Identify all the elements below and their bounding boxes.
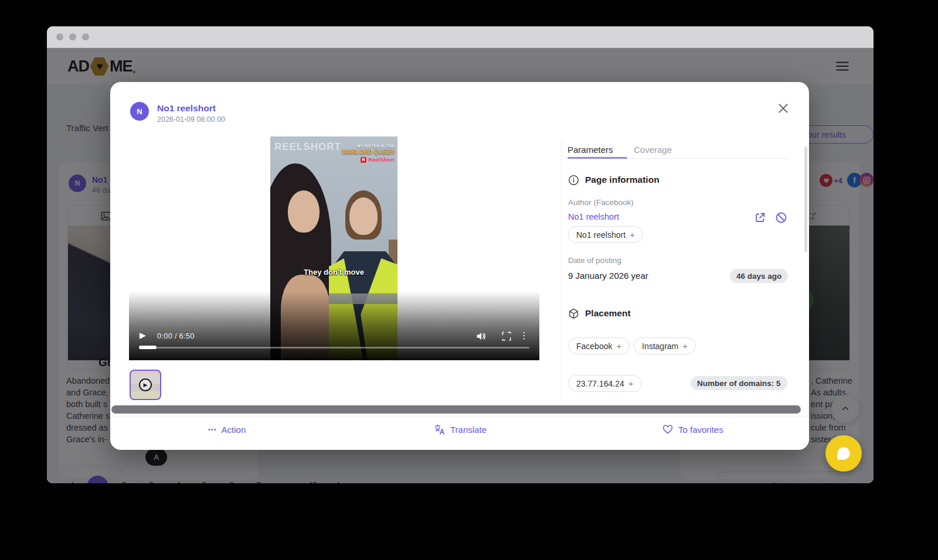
translate-icon — [434, 424, 446, 435]
video-player[interactable]: REELSHORT MY SISTER IS THE WARLORD QUEEN… — [129, 136, 539, 360]
info-icon — [568, 175, 579, 186]
action-button[interactable]: ••• Action — [208, 416, 246, 442]
modal-footer: ••• Action Translate To favorites — [110, 416, 809, 442]
panel-divider — [561, 141, 562, 399]
seek-bar[interactable] — [139, 347, 529, 349]
days-ago-badge: 46 days ago — [730, 269, 788, 283]
horizontal-scrollbar[interactable] — [111, 405, 801, 414]
chat-bubble-icon — [835, 445, 852, 462]
block-icon[interactable] — [775, 211, 787, 224]
tab-parameters[interactable]: Parameters — [567, 145, 613, 155]
left-actress-face — [288, 190, 320, 233]
right-actress-face — [349, 197, 378, 235]
seek-thumb[interactable] — [139, 346, 157, 349]
window-maximize-icon[interactable] — [82, 33, 89, 40]
heart-icon — [662, 424, 674, 435]
panel-scrollbar[interactable] — [804, 146, 807, 252]
modal-datetime: 2026-01-09 08:00:00 — [157, 115, 225, 124]
placement-chip-instagram[interactable]: Instagram+ — [634, 337, 696, 354]
translate-button[interactable]: Translate — [434, 416, 487, 442]
video-title-block: MY SISTER IS THE WARLORD QUEEN R ReelSho… — [342, 144, 395, 163]
date-of-posting-label: Date of posting — [568, 256, 621, 265]
close-icon[interactable] — [776, 101, 790, 115]
window-close-icon[interactable] — [56, 33, 63, 40]
video-caption: They don't move — [270, 268, 397, 276]
placement-heading: Placement — [585, 308, 631, 319]
domains-count-badge: Number of domains: 5 — [691, 376, 787, 390]
author-chip[interactable]: No1 reelshort+ — [568, 226, 643, 243]
plus-icon: + — [630, 230, 635, 240]
play-circle-icon: ▶ — [139, 378, 152, 391]
reelshort-r-logo-icon: R — [361, 157, 366, 163]
more-options-icon[interactable]: ⋮ — [519, 330, 529, 341]
to-favorites-button[interactable]: To favorites — [662, 416, 723, 442]
page-information-heading: Page information — [585, 175, 660, 185]
modal-avatar: N — [130, 102, 149, 121]
fullscreen-icon[interactable] — [501, 330, 512, 342]
video-title-line2: WARLORD QUEEN — [342, 149, 395, 155]
plus-icon: + — [682, 341, 688, 351]
ad-detail-modal: N No1 reelshort 2026-01-09 08:00:00 R — [110, 82, 809, 450]
play-icon[interactable]: ▶ — [140, 330, 146, 340]
titlebar — [47, 26, 874, 48]
date-of-posting-value: 9 January 2026 year — [568, 271, 648, 281]
creative-thumbnail[interactable]: ▶ — [130, 370, 161, 400]
action-dots-icon: ••• — [208, 426, 217, 433]
active-tab-underline — [567, 157, 627, 159]
reelshort-watermark: REELSHORT — [274, 141, 341, 153]
video-time: 0:00 / 6:50 — [157, 332, 195, 340]
reelshort-brand: ReelShort — [368, 157, 395, 163]
chat-widget-button[interactable] — [825, 435, 862, 472]
modal-author-name[interactable]: No1 reelshort — [157, 103, 216, 114]
controls-gradient — [129, 291, 539, 360]
author-label: Author (Facebook) — [568, 198, 634, 207]
external-link-icon[interactable] — [754, 211, 766, 224]
ip-address-chip[interactable]: 23.77.164.24+ — [568, 375, 642, 392]
video-controls: ▶ 0:00 / 6:50 ⋮ — [129, 330, 539, 343]
author-link[interactable]: No1 reelshort — [568, 212, 619, 221]
placement-chip-facebook[interactable]: Facebook+ — [568, 337, 630, 354]
placement-cube-icon — [568, 308, 579, 319]
volume-icon[interactable] — [475, 330, 488, 343]
tab-coverage[interactable]: Coverage — [634, 145, 672, 155]
browser-window: AD ♥ ME Traffic Vert our results N No1 4… — [47, 26, 874, 483]
plus-icon: + — [616, 341, 621, 351]
screenshot-canvas: AD ♥ ME Traffic Vert our results N No1 4… — [0, 0, 938, 560]
plus-icon: + — [628, 378, 634, 388]
window-minimize-icon[interactable] — [69, 33, 76, 40]
